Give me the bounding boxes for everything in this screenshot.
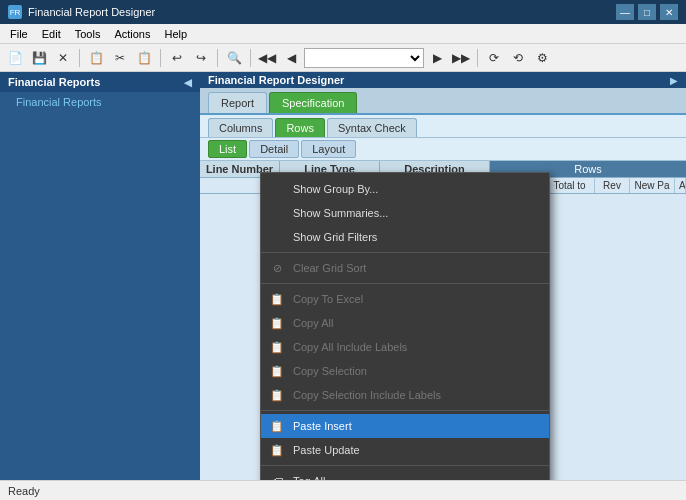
ctx-show-grid-filters-label: Show Grid Filters	[293, 231, 541, 243]
left-panel-title: Financial Reports	[8, 76, 100, 88]
right-panel-collapse-icon[interactable]: ▶	[670, 75, 678, 86]
tab-specification[interactable]: Specification	[269, 92, 357, 113]
ctx-show-grid-filters[interactable]: Show Grid Filters	[261, 225, 549, 249]
tab-columns[interactable]: Columns	[208, 118, 273, 137]
toolbar-copy[interactable]: 📋	[85, 47, 107, 69]
toolbar-refresh[interactable]: ⟳	[483, 47, 505, 69]
col-rev: Rev	[595, 178, 630, 193]
ctx-sep4	[261, 465, 549, 466]
ctx-paste-update[interactable]: 📋 Paste Update	[261, 438, 549, 462]
ctx-show-grid-filters-icon	[269, 229, 285, 245]
ctx-copy-selection-labels: 📋 Copy Selection Include Labels	[261, 383, 549, 407]
tab-detail[interactable]: Detail	[249, 140, 299, 158]
ctx-copy-all-labels-icon: 📋	[269, 339, 285, 355]
tab-rows[interactable]: Rows	[275, 118, 325, 137]
toolbar-new[interactable]: 📄	[4, 47, 26, 69]
ctx-sep2	[261, 283, 549, 284]
close-button[interactable]: ✕	[660, 4, 678, 20]
title-bar-controls: — □ ✕	[616, 4, 678, 20]
maximize-button[interactable]: □	[638, 4, 656, 20]
toolbar-cut[interactable]: ✂	[109, 47, 131, 69]
sidebar-item-financial-reports[interactable]: Financial Reports	[0, 92, 200, 112]
status-bar: Ready	[0, 480, 686, 500]
sidebar-item-label: Financial Reports	[16, 96, 102, 108]
ctx-paste-update-icon: 📋	[269, 442, 285, 458]
col-allow-new-acc: AllowNewAcc	[675, 178, 686, 193]
ctx-copy-selection: 📋 Copy Selection	[261, 359, 549, 383]
toolbar-sep2	[160, 49, 161, 67]
status-text: Ready	[8, 485, 40, 497]
ctx-clear-grid-sort: ⊘ Clear Grid Sort	[261, 256, 549, 280]
ctx-show-summaries-label: Show Summaries...	[293, 207, 541, 219]
toolbar-sep3	[217, 49, 218, 67]
sub-tab-bar: Columns Rows Syntax Check	[200, 115, 686, 138]
ctx-copy-selection-labels-icon: 📋	[269, 387, 285, 403]
toolbar-last[interactable]: ▶▶	[450, 47, 472, 69]
minimize-button[interactable]: —	[616, 4, 634, 20]
toolbar-settings[interactable]: ⚙	[531, 47, 553, 69]
toolbar-sep1	[79, 49, 80, 67]
toolbar-next[interactable]: ▶	[426, 47, 448, 69]
toolbar-prev[interactable]: ◀	[280, 47, 302, 69]
menu-edit[interactable]: Edit	[36, 26, 67, 42]
ctx-copy-all-labels-label: Copy All Include Labels	[293, 341, 541, 353]
ctx-copy-to-excel-icon: 📋	[269, 291, 285, 307]
toolbar: 📄 💾 ✕ 📋 ✂ 📋 ↩ ↪ 🔍 ◀◀ ◀ ▶ ▶▶ ⟳ ⟲ ⚙	[0, 44, 686, 72]
left-panel: Financial Reports ◀ Financial Reports	[0, 72, 200, 480]
ctx-clear-grid-sort-label: Clear Grid Sort	[293, 262, 541, 274]
ctx-paste-insert-icon: 📋	[269, 418, 285, 434]
col-total-to: Total to	[545, 178, 595, 193]
ctx-show-group-by[interactable]: Show Group By...	[261, 177, 549, 201]
toolbar-close[interactable]: ✕	[52, 47, 74, 69]
ctx-copy-all-icon: 📋	[269, 315, 285, 331]
ctx-tag-all[interactable]: 🏷 Tag All	[261, 469, 549, 480]
ctx-show-group-by-label: Show Group By...	[293, 183, 541, 195]
title-bar: FR Financial Report Designer — □ ✕	[0, 0, 686, 24]
app-icon: FR	[8, 5, 22, 19]
toolbar-search[interactable]: 🔍	[223, 47, 245, 69]
ctx-show-summaries[interactable]: Show Summaries...	[261, 201, 549, 225]
main-area: Financial Reports ◀ Financial Reports Fi…	[0, 72, 686, 480]
ctx-copy-all-labels: 📋 Copy All Include Labels	[261, 335, 549, 359]
col-new-pa: New Pa	[630, 178, 675, 193]
tab-layout[interactable]: Layout	[301, 140, 356, 158]
toolbar-record-selector[interactable]	[304, 48, 424, 68]
menu-bar: File Edit Tools Actions Help	[0, 24, 686, 44]
title-bar-title: Financial Report Designer	[28, 6, 155, 18]
ctx-copy-selection-label: Copy Selection	[293, 365, 541, 377]
ctx-paste-update-label: Paste Update	[293, 444, 541, 456]
right-panel-title: Financial Report Designer	[208, 74, 344, 86]
toolbar-sep5	[477, 49, 478, 67]
ctx-sep1	[261, 252, 549, 253]
ctx-show-group-by-icon	[269, 181, 285, 197]
ctx-copy-all-label: Copy All	[293, 317, 541, 329]
left-panel-header: Financial Reports ◀	[0, 72, 200, 92]
report-tab-bar: Report Specification	[200, 88, 686, 115]
toolbar-first[interactable]: ◀◀	[256, 47, 278, 69]
toolbar-undo[interactable]: ↩	[166, 47, 188, 69]
menu-tools[interactable]: Tools	[69, 26, 107, 42]
menu-help[interactable]: Help	[158, 26, 193, 42]
tab-list[interactable]: List	[208, 140, 247, 158]
ctx-copy-to-excel-label: Copy To Excel	[293, 293, 541, 305]
menu-actions[interactable]: Actions	[108, 26, 156, 42]
ctx-copy-to-excel: 📋 Copy To Excel	[261, 287, 549, 311]
right-panel-header: Financial Report Designer ▶	[200, 72, 686, 88]
toolbar-sep4	[250, 49, 251, 67]
toolbar-paste[interactable]: 📋	[133, 47, 155, 69]
toolbar-save[interactable]: 💾	[28, 47, 50, 69]
context-menu: Show Group By... Show Summaries... Show …	[260, 172, 550, 480]
tab-syntax-check[interactable]: Syntax Check	[327, 118, 417, 137]
ctx-copy-all: 📋 Copy All	[261, 311, 549, 335]
left-panel-collapse-icon[interactable]: ◀	[184, 77, 192, 88]
toolbar-redo[interactable]: ↪	[190, 47, 212, 69]
view-tab-bar: List Detail Layout	[200, 138, 686, 161]
title-bar-left: FR Financial Report Designer	[8, 5, 155, 19]
toolbar-back[interactable]: ⟲	[507, 47, 529, 69]
ctx-tag-all-icon: 🏷	[269, 473, 285, 480]
ctx-clear-grid-sort-icon: ⊘	[269, 260, 285, 276]
tab-report[interactable]: Report	[208, 92, 267, 113]
ctx-paste-insert[interactable]: 📋 Paste Insert	[261, 414, 549, 438]
ctx-tag-all-label: Tag All	[293, 475, 541, 480]
menu-file[interactable]: File	[4, 26, 34, 42]
